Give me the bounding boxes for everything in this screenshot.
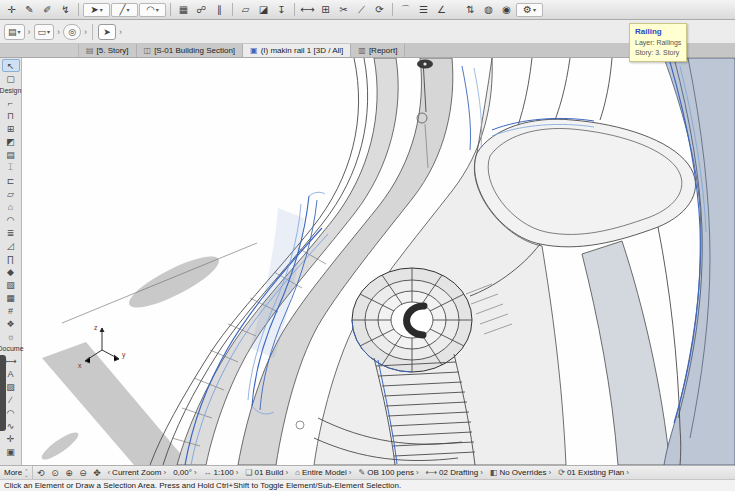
slab-tool[interactable]: ▱: [2, 187, 20, 200]
tab-label: [5. Story]: [97, 46, 129, 55]
window-tool[interactable]: ⊞: [2, 122, 20, 135]
knife-icon[interactable]: ⟋: [353, 2, 370, 17]
story-tab-icon: ▤: [86, 46, 94, 55]
rotate-icon[interactable]: ⟳: [371, 2, 388, 17]
chevron-right-icon: ›: [57, 27, 60, 37]
beam-tool[interactable]: ⊏: [2, 174, 20, 187]
element-settings-dropdown[interactable]: ▭▾: [34, 24, 55, 40]
spiral-stair: [352, 268, 472, 372]
chevron-right-icon: ›: [285, 468, 288, 477]
figure-tool[interactable]: ▣: [2, 445, 20, 458]
graphic-override-control[interactable]: ◧ No Overrides ›: [487, 468, 554, 477]
mesh-tool[interactable]: ▦: [2, 291, 20, 304]
chevron-right-icon: ›: [480, 468, 483, 477]
magnet-icon[interactable]: ☍: [193, 2, 210, 17]
tab-5-story[interactable]: ▤ [5. Story]: [79, 44, 137, 57]
teamwork-icon[interactable]: ⇅: [462, 2, 479, 17]
3d-model-drawing: z x y: [22, 58, 735, 465]
layers-icon[interactable]: ☰: [415, 2, 432, 17]
door-tool[interactable]: ⊓: [2, 109, 20, 122]
transfer-settings-button[interactable]: ◎: [63, 24, 81, 40]
chevron-left-icon[interactable]: ‹: [107, 468, 110, 477]
shell-tool[interactable]: ◠: [2, 213, 20, 226]
zone-tool[interactable]: ▧: [2, 278, 20, 291]
column-tool[interactable]: ⌶: [2, 161, 20, 174]
layer-combination-control[interactable]: ❏ 01 Build ›: [242, 468, 291, 477]
camera-icon[interactable]: ◉: [498, 2, 515, 17]
skylight-tool[interactable]: ◩: [2, 135, 20, 148]
zoom-in-icon[interactable]: ⊕: [62, 468, 75, 478]
chevron-down-icon: ▾: [127, 7, 130, 13]
active-tool-indicator[interactable]: ➤: [98, 24, 116, 40]
tab-3d-view[interactable]: ▣ (I) makin rail 1 [3D / All]: [243, 44, 351, 57]
anchor-icon[interactable]: ↧: [273, 2, 290, 17]
railing-tool[interactable]: ∏: [2, 252, 20, 265]
caret-down-icon: ⌄: [24, 473, 28, 477]
toolbox-design-label: Design: [0, 85, 21, 96]
curtain-wall-tool[interactable]: ▤: [2, 148, 20, 161]
arc-style-dropdown[interactable]: ◠▾: [139, 3, 166, 17]
scroll-back-icon[interactable]: ⟲: [34, 468, 47, 478]
measure-icon[interactable]: ⌒: [397, 2, 414, 17]
dimension-style-control[interactable]: ⟷ 02 Drafting ›: [423, 468, 486, 477]
renovation-filter-control[interactable]: ⟳ 01 Existing Plan ›: [555, 468, 632, 477]
more-label: More: [4, 468, 22, 477]
grid-element-tool[interactable]: #: [2, 304, 20, 317]
more-button[interactable]: More ⌃⌄: [2, 466, 33, 479]
scale-value: 1:100: [214, 468, 234, 477]
object-tool[interactable]: ❖: [2, 317, 20, 330]
layer-combination-icon: ❏: [245, 468, 252, 477]
arrow-tool-dropdown[interactable]: ➤▾: [83, 3, 110, 17]
rotation-control[interactable]: 0,00° ›: [170, 468, 199, 477]
pen-set-control[interactable]: ✎ OB 100 pens ›: [356, 468, 422, 477]
morph-tool[interactable]: ◆: [2, 265, 20, 278]
dimension-icon[interactable]: ⟷: [299, 2, 316, 17]
model-filter-icon: ⌂: [295, 468, 300, 477]
scale-control[interactable]: ↔ 1:100 ›: [201, 468, 242, 477]
pen-set-value: OB 100 pens: [367, 468, 414, 477]
stair-tool[interactable]: ≣: [2, 226, 20, 239]
shapes-icon[interactable]: ▱: [237, 2, 254, 17]
eyedropper-icon[interactable]: ✐: [39, 2, 56, 17]
scissors-icon[interactable]: ✂: [335, 2, 352, 17]
lamp-tool[interactable]: ☼: [2, 330, 20, 343]
main-toolbar: ✛ ✎ ✐ ↯ ➤▾ ╱▾ ◠▾ ▦ ☍ ∥ ▱ ◪ ↧ ⟷ ⊞ ✂ ⟋ ⟳ ⌒…: [0, 0, 735, 20]
favorites-dropdown[interactable]: ▤▾: [4, 24, 25, 40]
dimension-style-icon: ⟷: [426, 468, 437, 477]
syringe-icon[interactable]: ↯: [57, 2, 74, 17]
palette-handle[interactable]: [0, 355, 6, 431]
zoom-lens-icon[interactable]: ⊙: [48, 468, 61, 478]
line-style-dropdown[interactable]: ╱▾: [111, 3, 138, 17]
zoom-label: Current Zoom: [112, 468, 161, 477]
solid-operations-icon[interactable]: ◪: [255, 2, 272, 17]
zoom-out-icon[interactable]: ⊖: [76, 468, 89, 478]
zoom-control[interactable]: ‹ Current Zoom ›: [104, 468, 169, 477]
terrace-edge-line: [62, 243, 257, 323]
pan-icon[interactable]: ✥: [90, 468, 103, 478]
scale-icon: ↔: [204, 468, 212, 477]
3d-viewport[interactable]: z x y: [22, 58, 735, 465]
guide-lines-icon[interactable]: ∥: [211, 2, 228, 17]
move-tool-icon[interactable]: ✛: [3, 2, 20, 17]
roof-tool[interactable]: ⌂: [2, 200, 20, 213]
pencil-icon[interactable]: ✎: [21, 2, 38, 17]
settings-gear-dropdown[interactable]: ⚙▾: [516, 3, 543, 17]
publish-icon[interactable]: ◍: [480, 2, 497, 17]
chevron-down-icon: ▾: [533, 7, 536, 13]
chevron-down-icon: ▾: [156, 7, 159, 13]
model-filter-control[interactable]: ⌂ Entire Model ›: [292, 468, 354, 477]
arrow-tool[interactable]: ↖: [2, 59, 20, 72]
wall-tool[interactable]: ⌐: [2, 96, 20, 109]
angle-icon[interactable]: ∠: [433, 2, 450, 17]
ramp-tool[interactable]: ◿: [2, 239, 20, 252]
schedule-table-icon[interactable]: ⊞: [317, 2, 334, 17]
chevron-right-icon[interactable]: ›: [163, 468, 166, 477]
dimension-style-value: 02 Drafting: [439, 468, 478, 477]
hotspot-tool[interactable]: ✛: [2, 432, 20, 445]
toolbar-separator: [232, 3, 233, 16]
tab-building-section[interactable]: ◫ [S-01 Building Section]: [137, 44, 244, 57]
marquee-tool[interactable]: ▢: [2, 72, 20, 85]
tab-report[interactable]: ▥ [Report]: [351, 44, 405, 57]
toolbar-separator: [78, 3, 79, 16]
grid-snap-icon[interactable]: ▦: [175, 2, 192, 17]
